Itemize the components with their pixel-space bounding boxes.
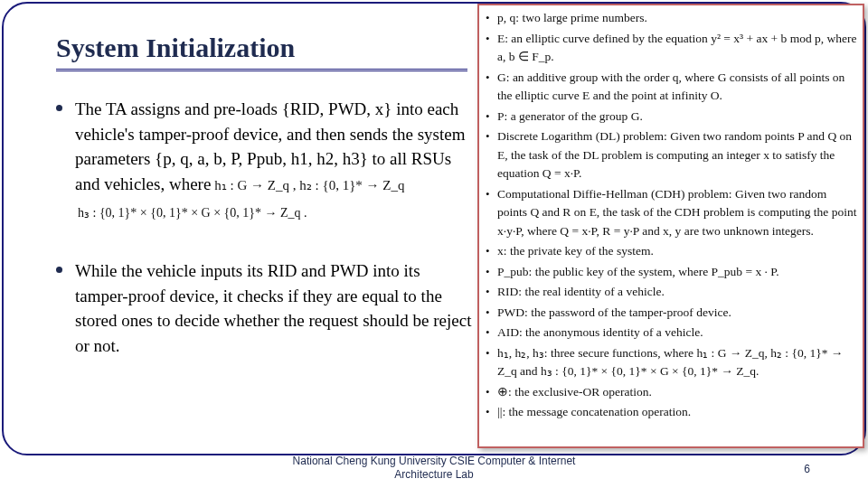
bullet-body: The TA assigns and pre-loads {RID, PWD, … xyxy=(75,97,472,196)
list-item: Computational Diffie-Hellman (CDH) probl… xyxy=(485,185,857,241)
list-item: ||: the message concatenation operation. xyxy=(485,403,857,422)
list-item: p, q: two large prime numbers. xyxy=(485,9,857,28)
notation-panel: p, q: two large prime numbers. E: an ell… xyxy=(477,4,864,448)
bullet-text: While the vehicle inputs its RID and PWD… xyxy=(75,258,472,358)
list-item: G: an additive group with the order q, w… xyxy=(485,69,857,106)
list-item: PWD: the password of the tamper-proof de… xyxy=(485,304,857,323)
footer-text: National Cheng Kung University CSIE Comp… xyxy=(0,455,868,481)
math-block: h₃ : {0, 1}* × {0, 1}* × G × {0, 1}* → Z… xyxy=(78,205,472,221)
list-item: P: a generator of the group G. xyxy=(485,108,857,127)
bullet-item: While the vehicle inputs its RID and PWD… xyxy=(56,258,472,358)
title-underline xyxy=(56,69,467,71)
page-number: 6 xyxy=(804,463,810,475)
list-item: AID: the anonymous identity of a vehicle… xyxy=(485,324,857,343)
list-item: x: the private key of the system. xyxy=(485,242,857,261)
list-item: ⊕: the exclusive-OR operation. xyxy=(485,383,857,402)
math-inline: h₁ : G → Z_q , h₂ : {0, 1}* → Z_q xyxy=(214,178,404,192)
notation-list: p, q: two large prime numbers. E: an ell… xyxy=(485,9,857,422)
list-item: RID: the real identity of a vehicle. xyxy=(485,283,857,302)
list-item: h₁, h₂, h₃: three secure functions, wher… xyxy=(485,344,857,381)
list-item: E: an elliptic curve defined by the equa… xyxy=(485,30,857,67)
bullet-dot-icon xyxy=(56,267,62,273)
page-title: System Initialization xyxy=(56,33,472,63)
main-content: System Initialization The TA assigns and… xyxy=(56,33,472,367)
footer-line-2: Architecture Lab xyxy=(394,468,473,481)
list-item: P_pub: the public key of the system, whe… xyxy=(485,263,857,282)
bullet-item: The TA assigns and pre-loads {RID, PWD, … xyxy=(56,97,472,196)
list-item: Discrete Logarithm (DL) problem: Given t… xyxy=(485,127,857,183)
footer-line-1: National Cheng Kung University CSIE Comp… xyxy=(293,455,576,467)
bullet-dot-icon xyxy=(56,105,62,111)
